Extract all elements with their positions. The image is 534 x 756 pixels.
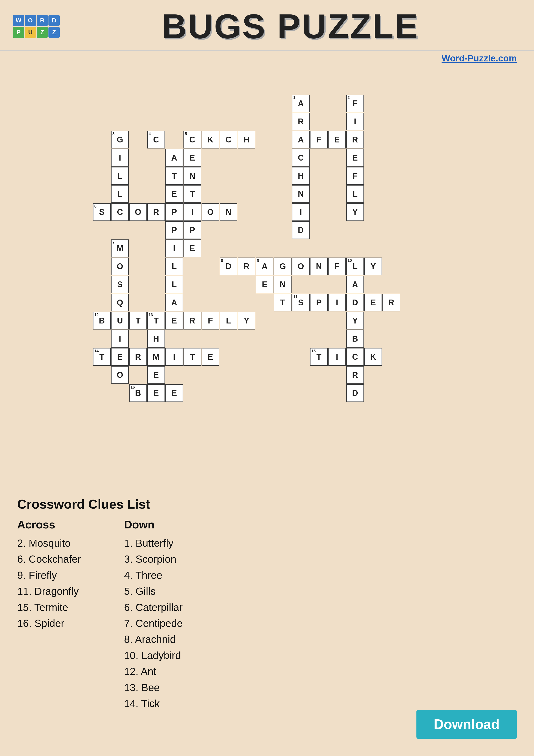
cell-c14-r6: N (292, 185, 310, 203)
cell-c17-r6: L (346, 185, 364, 203)
cell-letter-c4-r10: O (117, 262, 123, 271)
cell-c8-r4: E (184, 149, 201, 167)
cell-letter-c14-r4: C (298, 153, 304, 162)
clues-down: Down 1. Butterfly 3. Scorpion 4. Three 5… (124, 518, 183, 712)
clues-title: Crossword Clues List (17, 497, 517, 512)
cell-c14-r4: C (292, 149, 310, 167)
cell-letter-c7-r17: E (171, 389, 177, 398)
cell-letter-c6-r15: M (153, 352, 160, 362)
cell-c10-r13: L (220, 312, 237, 330)
cell-num-4: 4 (149, 132, 151, 136)
cell-letter-c14-r2: R (298, 117, 304, 126)
cell-letter-c7-r12: A (171, 298, 177, 307)
cell-letter-c17-r5: F (352, 171, 357, 180)
clue-down-10: 10. Ladybird (124, 648, 183, 663)
cell-c4-r9: 7M (111, 239, 129, 257)
cell-letter-c16-r12: I (336, 298, 338, 307)
cell-c6-r15: M (147, 348, 165, 366)
cell-c17-r2: I (346, 113, 364, 130)
cell-c4-r11: S (111, 276, 129, 293)
cell-letter-c7-r9: I (173, 244, 175, 253)
cell-letter-c14-r1: A (298, 99, 304, 108)
logo-area: W O R D P U Z Z (13, 15, 60, 38)
cell-letter-c17-r3: R (352, 135, 358, 145)
cell-c4-r7: C (111, 203, 129, 221)
cell-c17-r3: R (346, 131, 364, 148)
logo-cell-u: U (25, 27, 36, 38)
cell-letter-c9-r13: F (208, 316, 213, 325)
cell-letter-c11-r10: R (243, 262, 249, 271)
clue-across-11: 11. Dragonfly (17, 583, 81, 599)
cell-c11-r10: R (238, 257, 255, 275)
cell-c7-r15: I (165, 348, 183, 366)
cell-num-9: 9 (257, 258, 259, 262)
cell-letter-c16-r10: F (334, 262, 339, 271)
cell-c14-r1: 1A (292, 94, 310, 112)
cell-letter-c17-r4: E (352, 153, 358, 162)
logo-cell-z2: Z (48, 27, 60, 38)
cell-letter-c4-r11: S (117, 280, 122, 289)
cell-c14-r3: A (292, 131, 310, 148)
cell-c17-r7: Y (346, 203, 364, 221)
cell-letter-c13-r12: T (280, 298, 285, 307)
clue-down-12: 12. Ant (124, 663, 183, 680)
cell-num-6: 6 (94, 204, 96, 208)
cell-letter-c8-r13: R (189, 316, 195, 325)
cell-c11-r13: Y (238, 312, 255, 330)
clues-across: Across 2. Mosquito 6. Cockchafer 9. Fire… (17, 518, 81, 712)
cell-letter-c6-r7: R (153, 207, 159, 217)
cell-letter-c18-r10: Y (370, 262, 376, 271)
cell-letter-c15-r12: P (316, 298, 321, 307)
cell-c8-r6: T (184, 185, 201, 203)
cell-c17-r14: B (346, 330, 364, 348)
cell-letter-c8-r9: E (190, 244, 195, 253)
download-button[interactable]: Download (417, 710, 517, 739)
cell-letter-c15-r3: F (316, 135, 321, 145)
cell-letter-c7-r7: P (171, 207, 177, 217)
cell-c8-r15: T (184, 348, 201, 366)
header: W O R D P U Z Z BUGS PUZZLE (0, 0, 534, 51)
cell-c4-r12: Q (111, 294, 129, 311)
cell-c8-r3: 5C (184, 131, 201, 148)
cell-c7-r13: E (165, 312, 183, 330)
cell-c17-r10: 10L (346, 257, 364, 275)
clue-down-14: 14. Tick (124, 696, 183, 712)
across-title: Across (17, 518, 81, 531)
cell-letter-c18-r15: K (370, 352, 376, 362)
cell-c17-r17: D (346, 384, 364, 402)
cell-letter-c4-r9: M (116, 244, 123, 253)
cell-c3-r15: 14T (93, 348, 111, 366)
cell-c9-r7: O (202, 203, 219, 221)
website-link[interactable]: Word-Puzzle.com (0, 53, 534, 64)
cell-c17-r13: Y (346, 312, 364, 330)
cell-letter-c5-r13: T (136, 316, 140, 325)
cell-num-3: 3 (113, 132, 114, 136)
down-title: Down (124, 518, 183, 531)
logo-grid: W O R D P U Z Z (13, 15, 60, 38)
cell-letter-c10-r7: N (225, 207, 231, 217)
cell-letter-c17-r15: C (352, 352, 358, 362)
cell-c14-r12: 11S (292, 294, 310, 311)
clue-across-16: 16. Spider (17, 615, 81, 632)
cell-c17-r1: 2F (346, 94, 364, 112)
cell-letter-c4-r7: C (117, 207, 123, 217)
cell-letter-c17-r10: L (352, 262, 357, 271)
logo-cell-d: D (48, 15, 60, 26)
cell-letter-c9-r7: O (207, 207, 214, 217)
cell-letter-c9-r3: K (207, 135, 213, 145)
cell-c11-r3: H (238, 131, 255, 148)
cell-letter-c7-r13: E (171, 316, 177, 325)
cell-letter-c19-r12: R (388, 298, 394, 307)
cell-c17-r16: R (346, 366, 364, 384)
cell-c3-r7: 6S (93, 203, 111, 221)
cell-c4-r13: U (111, 312, 129, 330)
cell-letter-c6-r13: T (154, 316, 159, 325)
clue-down-13: 13. Bee (124, 680, 183, 696)
logo-cell-p: P (13, 27, 24, 38)
cell-c4-r6: L (111, 185, 129, 203)
cell-num-2: 2 (347, 96, 350, 99)
title-area: BUGS PUZZLE (60, 7, 521, 46)
cell-letter-c7-r15: I (173, 352, 175, 362)
cell-letter-c7-r8: P (171, 226, 177, 235)
cell-letter-c5-r17: B (135, 389, 141, 398)
